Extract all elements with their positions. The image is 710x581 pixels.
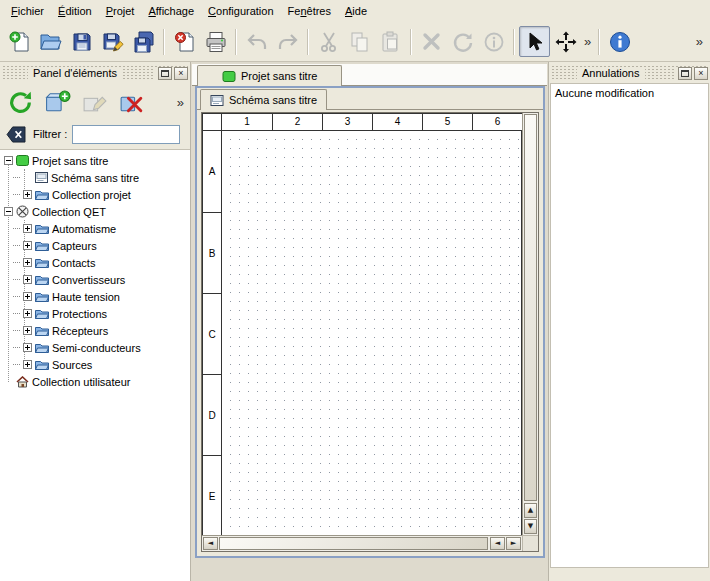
rotate-selection-button[interactable] <box>447 26 478 57</box>
tree-item-automatisme[interactable]: Automatisme <box>0 220 190 237</box>
undo-dock-titlebar[interactable]: Annulations × <box>551 65 708 81</box>
pan-mode-button[interactable] <box>550 26 581 57</box>
menu-edition[interactable]: Édition <box>51 1 99 21</box>
horizontal-scrollbar-thumb[interactable] <box>219 537 488 550</box>
tree-item-label: Collection QET <box>32 206 106 218</box>
clear-filter-button[interactable] <box>4 124 28 144</box>
toolbar-separator <box>307 29 309 55</box>
expand-expander-icon[interactable] <box>23 326 32 335</box>
tree-item-haute-tension[interactable]: Haute tension <box>0 288 190 305</box>
schema-view-frame: 1 2 3 4 5 6 A B C D E <box>201 112 539 552</box>
cut-button[interactable] <box>313 26 344 57</box>
toolbar-overflow-chevron[interactable]: » <box>581 34 594 49</box>
project-tab-label: Projet sans titre <box>241 70 317 82</box>
filter-input[interactable] <box>72 125 180 144</box>
expand-expander-icon[interactable] <box>23 309 32 318</box>
up-arrow-icon: ▲ <box>528 507 533 514</box>
collapse-expander-icon[interactable] <box>4 207 13 216</box>
expand-expander-icon[interactable] <box>23 292 32 301</box>
ruler-column-label: 2 <box>272 114 322 130</box>
menu-fichier[interactable]: Fichier <box>4 1 51 21</box>
refresh-icon <box>7 89 34 116</box>
new-file-button[interactable] <box>4 26 35 57</box>
schema-icon <box>210 95 224 106</box>
scroll-down-button[interactable]: ▼ <box>524 519 537 534</box>
edit-element-button[interactable] <box>77 85 111 119</box>
undo-history-list[interactable]: Aucune modification <box>550 83 709 568</box>
vertical-scrollbar-thumb[interactable] <box>524 114 537 501</box>
tree-item-contacts[interactable]: Contacts <box>0 254 190 271</box>
tree-item-label: Contacts <box>52 257 95 269</box>
tree-item-semi-conducteurs[interactable]: Semi-conducteurs <box>0 339 190 356</box>
menu-projet[interactable]: Projet <box>99 1 142 21</box>
tree-item-collection-utilisateur[interactable]: Collection utilisateur <box>0 373 190 390</box>
menu-aide[interactable]: Aide <box>338 1 374 21</box>
dock-float-button[interactable] <box>678 67 692 80</box>
dot-grid[interactable] <box>222 131 522 535</box>
undo-empty-item[interactable]: Aucune modification <box>555 87 654 99</box>
tab-projet-sans-titre[interactable]: Projet sans titre <box>197 65 342 86</box>
save-as-button[interactable] <box>97 26 128 57</box>
tree-item-collection-projet[interactable]: Collection projet <box>0 186 190 203</box>
tree-item-sources[interactable]: Sources <box>0 356 190 373</box>
folder-icon <box>35 308 49 319</box>
tree-item-collection-qet[interactable]: Collection QET <box>0 203 190 220</box>
scroll-left-button-2[interactable]: ◄ <box>490 537 505 550</box>
copy-button[interactable] <box>344 26 375 57</box>
expand-expander-icon[interactable] <box>23 190 32 199</box>
open-file-button[interactable] <box>35 26 66 57</box>
new-element-button[interactable] <box>40 85 74 119</box>
schema-tab-label: Schéma sans titre <box>229 94 317 106</box>
open-folder-icon <box>39 30 63 54</box>
horizontal-scrollbar[interactable]: ◄ ◄ ► <box>202 535 522 551</box>
tree-item-label: Capteurs <box>52 240 97 252</box>
reload-collections-button[interactable] <box>3 85 37 119</box>
left-arrow-icon: ◄ <box>495 540 500 547</box>
dock-float-button[interactable] <box>158 67 172 80</box>
expand-expander-icon[interactable] <box>23 343 32 352</box>
expand-expander-icon[interactable] <box>23 360 32 369</box>
delete-element-button[interactable] <box>114 85 148 119</box>
collapse-expander-icon[interactable] <box>4 156 13 165</box>
scroll-left-button[interactable]: ◄ <box>203 537 218 550</box>
toolbar-overflow-chevron-right[interactable]: » <box>693 34 706 49</box>
undo-button[interactable] <box>241 26 272 57</box>
about-qet-button[interactable] <box>604 26 635 57</box>
toolbar-separator <box>163 29 165 55</box>
print-button[interactable] <box>200 26 231 57</box>
ruler-row-label: C <box>203 293 221 374</box>
tree-item-recepteurs[interactable]: Récepteurs <box>0 322 190 339</box>
expand-expander-icon[interactable] <box>23 275 32 284</box>
tree-item-protections[interactable]: Protections <box>0 305 190 322</box>
element-info-button[interactable] <box>478 26 509 57</box>
expand-expander-icon[interactable] <box>23 258 32 267</box>
paste-button[interactable] <box>375 26 406 57</box>
tab-schema-sans-titre[interactable]: Schéma sans titre <box>200 89 327 110</box>
dock-close-button[interactable]: × <box>694 67 708 80</box>
menu-configuration[interactable]: Configuration <box>201 1 280 21</box>
elements-tree[interactable]: Projet sans titre Schéma sans titre Coll… <box>0 149 190 581</box>
menu-fenetres[interactable]: Fenêtres <box>281 1 338 21</box>
scroll-right-button[interactable]: ► <box>506 537 521 550</box>
cut-icon <box>317 30 341 54</box>
tree-item-project[interactable]: Projet sans titre <box>0 152 190 169</box>
menu-affichage[interactable]: Affichage <box>141 1 201 21</box>
tree-item-capteurs[interactable]: Capteurs <box>0 237 190 254</box>
dock-close-button[interactable]: × <box>174 67 188 80</box>
delete-selection-button[interactable] <box>416 26 447 57</box>
expand-expander-icon[interactable] <box>23 241 32 250</box>
redo-button[interactable] <box>272 26 303 57</box>
selection-mode-button[interactable] <box>519 26 550 57</box>
expand-expander-icon[interactable] <box>23 224 32 233</box>
elements-panel-titlebar[interactable]: Panel d'éléments × <box>2 65 188 81</box>
panel-toolbar-overflow-chevron[interactable]: » <box>174 95 187 110</box>
tree-item-convertisseurs[interactable]: Convertisseurs <box>0 271 190 288</box>
scroll-up-button[interactable]: ▲ <box>524 503 537 518</box>
close-file-button[interactable] <box>169 26 200 57</box>
vertical-scrollbar[interactable]: ▲ ▼ <box>522 113 538 535</box>
schema-canvas[interactable]: 1 2 3 4 5 6 A B C D E <box>202 113 522 535</box>
save-button[interactable] <box>66 26 97 57</box>
save-all-button[interactable] <box>128 26 159 57</box>
tree-item-schema[interactable]: Schéma sans titre <box>0 169 190 186</box>
tree-item-label: Convertisseurs <box>52 274 125 286</box>
